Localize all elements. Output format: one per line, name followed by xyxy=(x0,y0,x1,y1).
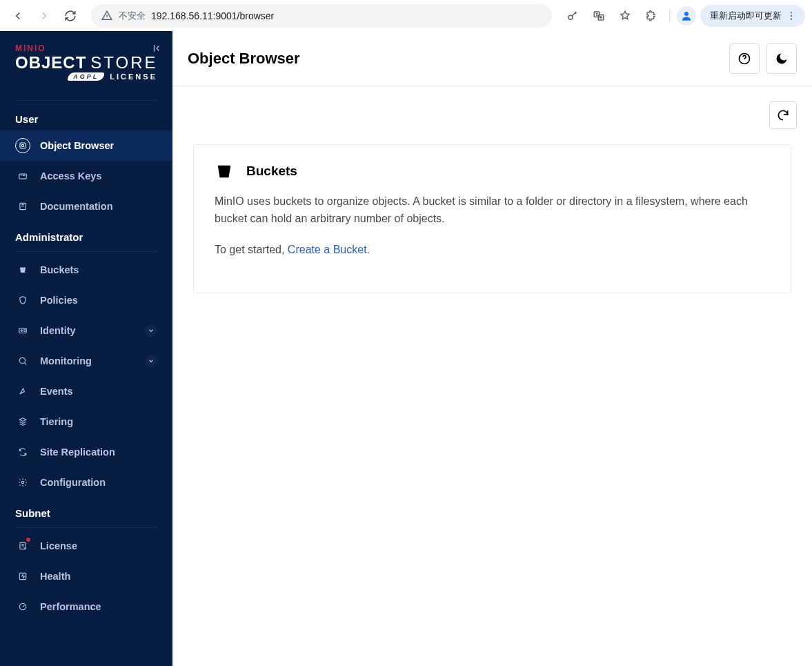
translate-icon[interactable] xyxy=(588,5,610,27)
page-header: Object Browser xyxy=(172,31,812,86)
logo: MINIO OBJECTSTORE AGPLLICENSE xyxy=(0,43,172,81)
card-cta-line: To get started, Create a Bucket. xyxy=(215,242,770,259)
configuration-icon xyxy=(15,475,30,490)
bookmark-star-icon[interactable] xyxy=(614,5,636,27)
svg-point-4 xyxy=(791,12,792,13)
back-button[interactable] xyxy=(7,5,29,27)
sidebar-item-health[interactable]: Health xyxy=(0,561,172,591)
sidebar-item-events[interactable]: Events xyxy=(0,376,172,407)
update-label: 重新启动即可更新 xyxy=(710,10,782,22)
svg-point-0 xyxy=(568,15,573,19)
card-description: MinIO uses buckets to organize objects. … xyxy=(215,193,770,228)
access-keys-icon xyxy=(15,168,30,184)
section-user: User xyxy=(0,104,172,130)
sidebar-item-site-replication[interactable]: Site Replication xyxy=(0,437,172,467)
notification-dot-icon xyxy=(26,538,30,542)
sidebar-item-buckets[interactable]: Buckets xyxy=(0,255,172,285)
sidebar-item-label: Access Keys xyxy=(40,170,102,182)
bucket-icon xyxy=(215,161,234,181)
card-title: Buckets xyxy=(246,164,297,179)
not-secure-icon xyxy=(101,10,113,22)
identity-icon xyxy=(15,323,30,338)
svg-rect-8 xyxy=(19,174,27,179)
events-icon xyxy=(15,384,30,399)
chevron-down-icon xyxy=(145,324,157,337)
sidebar-item-label: Documentation xyxy=(40,201,113,212)
sidebar-item-label: Health xyxy=(40,571,70,582)
sidebar-item-documentation[interactable]: Documentation xyxy=(0,191,172,222)
tiering-icon xyxy=(15,414,30,429)
sidebar-item-label: Policies xyxy=(40,295,78,306)
svg-point-11 xyxy=(21,330,22,331)
svg-point-5 xyxy=(791,14,792,16)
page-title: Object Browser xyxy=(188,50,722,68)
password-key-icon[interactable] xyxy=(562,5,584,27)
svg-point-13 xyxy=(21,481,24,484)
extensions-icon[interactable] xyxy=(640,5,662,27)
svg-point-12 xyxy=(19,358,25,363)
performance-icon xyxy=(15,599,30,614)
chevron-down-icon xyxy=(145,355,157,367)
logo-line2: OBJECTSTORE xyxy=(15,53,157,72)
sidebar-item-label: Configuration xyxy=(40,477,106,488)
object-browser-icon xyxy=(15,138,30,153)
dark-mode-button[interactable] xyxy=(766,43,797,74)
security-label: 不安全 xyxy=(119,10,146,22)
address-bar[interactable]: 不安全 192.168.56.11:9001/browser xyxy=(91,4,552,28)
separator xyxy=(669,9,670,23)
sidebar-item-label: License xyxy=(40,540,77,551)
sidebar-item-configuration[interactable]: Configuration xyxy=(0,467,172,498)
reload-button[interactable] xyxy=(59,5,81,27)
policies-icon xyxy=(15,293,30,308)
divider xyxy=(15,251,157,252)
svg-point-3 xyxy=(684,12,689,16)
buckets-empty-card: Buckets MinIO uses buckets to organize o… xyxy=(193,144,791,293)
sidebar-item-access-keys[interactable]: Access Keys xyxy=(0,161,172,191)
logo-line3: AGPLLICENSE xyxy=(15,72,157,81)
sidebar-item-label: Monitoring xyxy=(40,355,92,366)
section-subnet: Subnet xyxy=(0,498,172,525)
url-text: 192.168.56.11:9001/browser xyxy=(151,10,274,21)
monitoring-icon xyxy=(15,353,30,369)
forward-button[interactable] xyxy=(33,5,55,27)
create-bucket-link[interactable]: Create a Bucket. xyxy=(288,244,370,255)
sidebar-item-label: Performance xyxy=(40,601,101,612)
sidebar-item-label: Site Replication xyxy=(40,447,115,458)
svg-point-6 xyxy=(791,18,792,19)
divider xyxy=(15,527,157,528)
sidebar-item-tiering[interactable]: Tiering xyxy=(0,407,172,437)
card-body: MinIO uses buckets to organize objects. … xyxy=(215,193,770,258)
browser-toolbar: 不安全 192.168.56.11:9001/browser 重新启动即可更新 xyxy=(0,0,812,31)
card-header: Buckets xyxy=(215,161,770,181)
site-replication-icon xyxy=(15,444,30,460)
sidebar-item-object-browser[interactable]: Object Browser xyxy=(0,130,172,161)
relaunch-update-button[interactable]: 重新启动即可更新 xyxy=(700,5,805,27)
logo-line1: MINIO xyxy=(15,43,157,53)
sidebar-item-monitoring[interactable]: Monitoring xyxy=(0,346,172,376)
sidebar-item-label: Events xyxy=(40,386,73,397)
sidebar-item-label: Identity xyxy=(40,325,76,336)
profile-avatar[interactable] xyxy=(677,6,696,26)
svg-rect-7 xyxy=(20,143,26,148)
help-button[interactable] xyxy=(729,43,760,74)
refresh-button[interactable] xyxy=(769,101,797,129)
sidebar-item-license[interactable]: License xyxy=(0,531,172,561)
app-shell: MINIO OBJECTSTORE AGPLLICENSE User Objec… xyxy=(0,31,812,666)
section-administrator: Administrator xyxy=(0,222,172,248)
sidebar-item-identity[interactable]: Identity xyxy=(0,315,172,346)
sidebar-item-policies[interactable]: Policies xyxy=(0,285,172,315)
sidebar-item-label: Tiering xyxy=(40,416,73,427)
cta-prefix: To get started, xyxy=(215,244,288,255)
toolbar xyxy=(172,86,812,144)
sidebar-item-label: Object Browser xyxy=(40,140,114,151)
documentation-icon xyxy=(15,199,30,214)
sidebar-item-label: Buckets xyxy=(40,264,79,275)
health-icon xyxy=(15,569,30,584)
buckets-icon xyxy=(15,262,30,277)
main-content: Object Browser Buckets MinIO uses bucket… xyxy=(172,31,812,666)
sidebar: MINIO OBJECTSTORE AGPLLICENSE User Objec… xyxy=(0,31,172,666)
more-icon xyxy=(786,10,797,21)
divider xyxy=(15,100,157,101)
sidebar-item-performance[interactable]: Performance xyxy=(0,591,172,622)
